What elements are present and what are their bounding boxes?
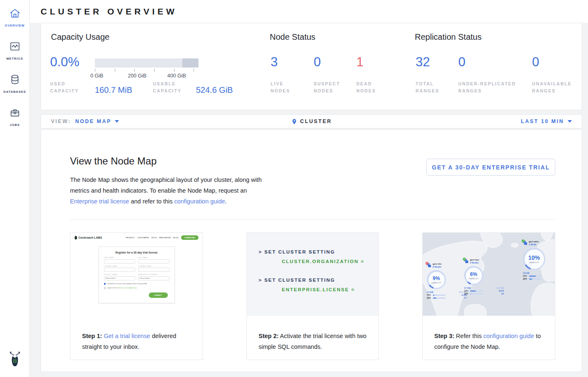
locality-name: geo=nyc (470, 259, 479, 261)
thumbnail-nav-item: RESOURCES (159, 237, 171, 239)
time-range-value: LAST 10 MIN (521, 118, 564, 124)
thumbnail-input (138, 259, 169, 263)
thumbnail-checkbox-row: I agree to the Software License Agreemen… (104, 287, 169, 289)
suspect-nodes-value: 0 (314, 55, 321, 70)
step3-caption: Step 3: Refer this configuration guide t… (434, 331, 547, 352)
node-map-thumbnail: ! geo=sfo 2 Nodes 9% CAPACITY 3.2 GiB35.… (423, 233, 555, 316)
usable-capacity-value: 524.6 GiB (196, 85, 233, 95)
sidebar-item-label: METRICS (6, 57, 23, 60)
configuration-guide-link[interactable]: configuration guide (174, 198, 225, 205)
cluster-summary-panel: Capacity Usage 0.0% 0 GiB 200 GiB 400 Gi… (41, 23, 582, 110)
thumbnail-input (138, 268, 169, 272)
thumbnail-nav-item: DOCS (151, 237, 157, 239)
under-replicated-ranges-label: UNDER-REPLICATED RANGES (458, 80, 526, 94)
main-content: CLUSTER OVERVIEW Capacity Usage 0.0% 0 G… (30, 0, 588, 377)
step1-caption: Step 1: Get a trial license delivered st… (82, 331, 194, 352)
capacity-label: CAPACITY (431, 282, 441, 284)
checkbox-icon (104, 287, 106, 289)
node-map-description: The Node Map shows the geographical layo… (70, 174, 263, 207)
node-status-title: Node Status (270, 32, 315, 42)
breadcrumb[interactable]: CLUSTER (291, 118, 332, 125)
locality-name: geo=sfo (433, 263, 441, 266)
breadcrumb-label: CLUSTER (300, 118, 332, 124)
unavailable-ranges-label: UNAVAILABLE RANGES (532, 80, 582, 94)
thumbnail-register-form: Register for a 30-day trial license FIRS… (99, 247, 175, 303)
locality-stats: 3.7 GiB43.7 GiB CPU42.5% QPS0.0 (464, 286, 504, 295)
live-nodes-value: 3 (271, 55, 278, 70)
chevron-down-icon (115, 120, 119, 123)
locality-stats: 3.6 GiB36.4 GiB CPU53.3% QPS4.4 (523, 271, 555, 280)
thumbnail-select: Please Select (138, 276, 169, 280)
thumbnail-input (104, 268, 135, 272)
locality-node-count: 2 Nodes (433, 266, 441, 268)
nodes-icon: ! (427, 263, 431, 268)
total-ranges-label: TOTAL RANGES (416, 80, 451, 94)
live-nodes-label: LIVE NODES (271, 80, 303, 94)
healthy-status-icon: ✓ (522, 239, 525, 242)
title-band: CLUSTER OVERVIEW (30, 0, 588, 23)
tick-label: 0 GiB (90, 73, 103, 79)
tick-label: 200 GiB (128, 73, 146, 79)
view-selector-dropdown[interactable]: NODE MAP (75, 118, 119, 124)
metrics-icon (9, 41, 21, 52)
capacity-gauge: 6% CAPACITY (464, 266, 483, 285)
nodes-icon: ✓ (464, 259, 469, 263)
configuration-guide-link-2[interactable]: configuration guide (483, 333, 534, 339)
database-icon (9, 74, 21, 85)
capacity-label: CAPACITY (529, 261, 539, 263)
chevron-down-icon (568, 120, 572, 123)
get-trial-license-link[interactable]: Get a trial license (104, 333, 150, 339)
sidebar-item-metrics[interactable]: METRICS (0, 41, 29, 61)
suspect-nodes-label: SUSPECT NODES (314, 80, 346, 94)
warning-status-icon: ! (426, 262, 428, 265)
nodes-icon: ✓ (523, 241, 528, 245)
sidebar-item-databases[interactable]: DATABASES (0, 74, 29, 94)
step1-label: Step 1: (82, 333, 102, 339)
sidebar-item-label: JOBS (10, 123, 19, 127)
sidebar-item-overview[interactable]: OVERVIEW (0, 7, 29, 28)
sql-prompt: > SET CLUSTER SETTING (259, 249, 378, 254)
locality-badge-nyc: ✓ geo=nyc 2 Nodes 6% CAPACITY 3.7 GiB43.… (464, 259, 504, 295)
time-range-selector[interactable]: LAST 10 MIN (521, 118, 572, 124)
sql-setting: ENTERPRISE.LICENSE = (282, 287, 378, 292)
sql-setting: CLUSTER.ORGANIZATION = (282, 259, 378, 264)
total-ranges-value: 32 (416, 55, 430, 70)
enterprise-trial-license-link[interactable]: Enterprise trial license (70, 198, 129, 205)
used-capacity-label: USED CAPACITY (50, 80, 86, 94)
unavailable-ranges-value: 0 (532, 55, 539, 70)
sidebar-item-label: OVERVIEW (5, 24, 24, 27)
capacity-percent: 6% (470, 271, 477, 277)
dead-nodes-label: DEAD NODES (356, 80, 389, 94)
thumbnail-nav: PRODUCT CUSTOMERS DOCS RESOURCES BLOG DO… (126, 235, 198, 240)
sql-commands-preview: > SET CLUSTER SETTING CLUSTER.ORGANIZATI… (247, 233, 378, 316)
cockroach-labs-logo: Cockroach LABS (75, 236, 102, 239)
capacity-label: CAPACITY (469, 278, 479, 280)
capacity-tick-labels: 0 GiB 200 GiB 400 GiB (95, 73, 198, 80)
step2-caption: Step 2: Activate the trial license with … (259, 331, 370, 352)
locality-badge-ams: ✓ geo=ams 1 Node 10% CAPACITY 3.6 GiB36.… (523, 240, 555, 280)
capacity-bar-used-segment (182, 58, 198, 68)
usable-capacity-label: USABLE CAPACITY (153, 80, 189, 94)
tick-label: 400 GiB (167, 73, 186, 79)
view-label: VIEW: (51, 118, 71, 124)
dead-nodes-value: 1 (356, 55, 363, 70)
capacity-percent: 10% (528, 254, 540, 261)
capacity-percent: 0.0% (50, 55, 80, 70)
enterprise-trial-button[interactable]: GET A 30-DAY ENTERPRISE TRIAL (426, 159, 555, 176)
thumbnail-form-title: Register for a 30-day trial license (104, 251, 169, 254)
node-map-panel: View the Node Map The Node Map shows the… (41, 129, 582, 372)
thumbnail-select: Please Select (104, 276, 135, 280)
healthy-status-icon: ✓ (463, 258, 466, 261)
step2-label: Step 2: (259, 333, 278, 339)
step3-label: Step 3: (434, 333, 454, 339)
locality-stats: 3.2 GiB35.1 GiB CPU11.0% QPS4.7 (427, 290, 467, 299)
sidebar: OVERVIEW METRICS DATABASES (0, 0, 30, 377)
under-replicated-ranges-value: 0 (458, 55, 465, 70)
thumbnail-nav-item: BLOG (173, 237, 179, 239)
capacity-bar-ticks (95, 69, 198, 72)
checkbox-icon (104, 283, 106, 285)
view-bar: VIEW: NODE MAP CLUSTER LAST 10 MIN (41, 114, 582, 128)
page-title: CLUSTER OVERVIEW (41, 7, 177, 17)
step3-text: Refer this (454, 333, 483, 339)
sidebar-item-jobs[interactable]: JOBS (0, 107, 29, 128)
